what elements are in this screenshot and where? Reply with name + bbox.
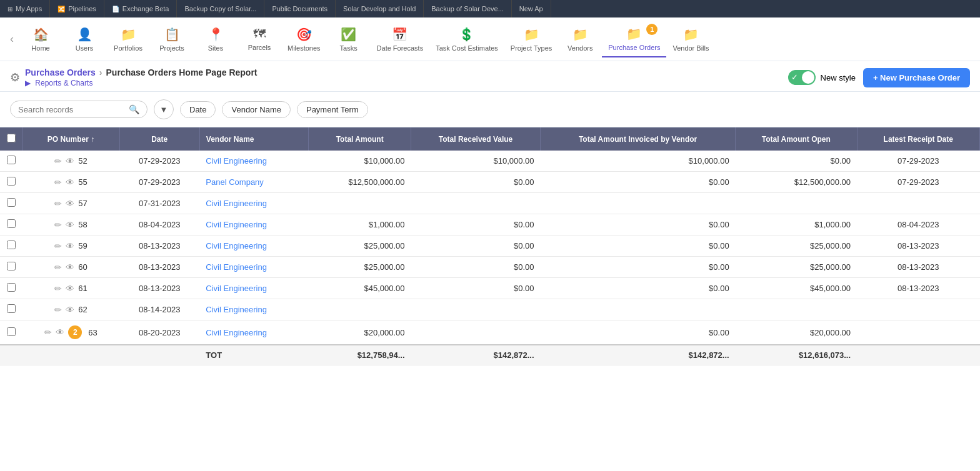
view-icon[interactable]: 👁 [66, 156, 74, 166]
row-po-number[interactable]: 60 [78, 262, 87, 272]
row-checkbox-7[interactable] [7, 304, 16, 313]
nav-item-users[interactable]: 👤 Users [62, 22, 106, 57]
row-po-number[interactable]: 61 [78, 284, 87, 293]
row-checkbox-4[interactable] [7, 240, 16, 249]
toggle-label: New style [821, 73, 856, 82]
edit-icon[interactable]: ✏ [54, 220, 62, 230]
filter-chip-payment-term[interactable]: Payment Term [297, 101, 368, 118]
row-checkbox-1[interactable] [7, 177, 16, 186]
edit-icon[interactable]: ✏ [54, 177, 62, 187]
row-actions-cell: ✏ 👁 52 [22, 151, 119, 172]
row-po-number[interactable]: 63 [88, 328, 97, 337]
view-icon[interactable]: 👁 [66, 305, 74, 315]
nav-item-milestones[interactable]: 🎯 Milestones [281, 22, 327, 57]
row-date: 08-13-2023 [119, 278, 199, 299]
view-icon[interactable]: 👁 [66, 262, 74, 272]
row-vendor-name[interactable]: Civil Engineering [199, 299, 308, 320]
new-purchase-order-button[interactable]: + New Purchase Order [863, 68, 970, 87]
nav-item-portfolios[interactable]: 📁 Portfolios [106, 22, 150, 57]
browser-tab-public-docs[interactable]: Public Documents [264, 0, 336, 17]
row-po-number[interactable]: 59 [78, 241, 87, 250]
toggle-container: ✓ New style [788, 70, 856, 85]
nav-item-vendor-bills[interactable]: 📁 Vendor Bills [666, 22, 715, 57]
browser-tab-new-ap[interactable]: New Ap [512, 0, 551, 17]
browser-tab-myapps[interactable]: ⊞ My Apps [0, 0, 50, 17]
breadcrumb-sub[interactable]: ▶ Reports & Charts [25, 79, 258, 87]
edit-icon[interactable]: ✏ [54, 284, 62, 294]
row-po-number[interactable]: 52 [78, 156, 87, 166]
view-icon[interactable]: 👁 [66, 284, 74, 294]
row-checkbox-3[interactable] [7, 219, 16, 228]
row-checkbox-2[interactable] [7, 198, 16, 207]
edit-icon[interactable]: ✏ [54, 305, 62, 315]
edit-icon[interactable]: ✏ [54, 156, 62, 166]
browser-tab-exchange[interactable]: 📄 Exchange Beta [104, 0, 178, 17]
view-icon[interactable]: 👁 [66, 177, 74, 187]
col-header-po-number[interactable]: PO Number ↑ [22, 127, 119, 151]
row-vendor-name[interactable]: Panel Company [199, 172, 308, 193]
row-po-number[interactable]: 57 [78, 199, 87, 208]
row-checkbox-6[interactable] [7, 283, 16, 292]
browser-tab-backup-solar-dev[interactable]: Backup of Solar Deve... [424, 0, 512, 17]
row-checkbox-0[interactable] [7, 156, 16, 164]
row-vendor-name[interactable]: Civil Engineering [199, 151, 308, 172]
filter-chip-vendor-name[interactable]: Vendor Name [222, 101, 291, 118]
nav-item-home[interactable]: 🏠 Home [19, 22, 62, 57]
nav-item-project-types[interactable]: 📁 Project Types [504, 22, 558, 57]
browser-tab-backup-solar[interactable]: Backup Copy of Solar... [177, 0, 264, 17]
nav-back-button[interactable]: ‹ [5, 32, 19, 46]
nav-item-sites[interactable]: 📍 Sites [194, 22, 238, 57]
row-po-number[interactable]: 55 [78, 177, 87, 187]
row-checkbox-cell [0, 299, 22, 320]
row-checkbox-5[interactable] [7, 262, 16, 270]
nav-item-task-cost-estimates[interactable]: 💲 Task Cost Estimates [429, 22, 504, 57]
total-label: TOT [199, 345, 308, 365]
nav-item-parcels[interactable]: 🗺 Parcels [238, 22, 281, 56]
row-po-number[interactable]: 58 [78, 220, 87, 229]
edit-icon[interactable]: ✏ [44, 327, 52, 337]
edit-icon[interactable]: ✏ [54, 262, 62, 272]
row-po-number[interactable]: 62 [78, 305, 87, 314]
view-icon[interactable]: 👁 [66, 220, 74, 230]
row-checkbox-cell [0, 236, 22, 257]
row-checkbox-8[interactable] [7, 327, 16, 336]
browser-tab-solar-dev[interactable]: Solar Develop and Hold [336, 0, 424, 17]
nav-item-vendors[interactable]: 📁 Vendors [558, 22, 602, 57]
row-vendor-name[interactable]: Civil Engineering [199, 193, 308, 214]
row-vendor-name[interactable]: Civil Engineering [199, 257, 308, 278]
table-row: ✏ 👁 58 08-04-2023 Civil Engineering $1,0… [0, 214, 980, 236]
nav-items: 🏠 Home 👤 Users 📁 Portfolios 📋 Projects 📍… [19, 21, 975, 57]
date-forecasts-icon: 📅 [392, 27, 408, 42]
row-checkbox-cell [0, 278, 22, 299]
new-style-toggle[interactable]: ✓ [788, 70, 816, 85]
row-vendor-name[interactable]: Civil Engineering [199, 320, 308, 345]
edit-icon[interactable]: ✏ [54, 199, 62, 209]
app-nav: ‹ 🏠 Home 👤 Users 📁 Portfolios 📋 Projects… [0, 17, 980, 61]
table-row: ✏ 👁 61 08-13-2023 Civil Engineering $45,… [0, 278, 980, 299]
filter-button[interactable]: ▼ [154, 99, 174, 119]
view-icon[interactable]: 👁 [56, 327, 64, 337]
nav-item-date-forecasts[interactable]: 📅 Date Forecasts [371, 22, 430, 57]
settings-icon[interactable]: ⚙ [10, 71, 20, 84]
row-vendor-name[interactable]: Civil Engineering [199, 236, 308, 257]
nav-item-purchase-orders[interactable]: 1 📁 Purchase Orders [602, 21, 666, 57]
select-all-checkbox[interactable] [7, 134, 16, 142]
nav-item-projects[interactable]: 📋 Projects [150, 22, 194, 57]
filter-chip-date[interactable]: Date [180, 101, 216, 118]
total-received: $142,872... [411, 345, 541, 365]
browser-tab-pipelines[interactable]: 🔀 Pipelines [50, 0, 104, 17]
search-input[interactable] [18, 105, 125, 114]
breadcrumb-parent[interactable]: Purchase Orders [25, 67, 96, 77]
row-vendor-name[interactable]: Civil Engineering [199, 278, 308, 299]
total-receipt-empty [857, 345, 979, 365]
total-row: TOT $12,758,94... $142,872... $142,872..… [0, 345, 980, 365]
view-icon[interactable]: 👁 [66, 199, 74, 209]
grid-icon: ⊞ [8, 6, 12, 12]
nav-item-tasks[interactable]: ✅ Tasks [327, 22, 371, 57]
row-total-open: $25,000.00 [736, 257, 857, 278]
row-date: 07-29-2023 [119, 151, 199, 172]
view-icon[interactable]: 👁 [66, 241, 74, 251]
edit-icon[interactable]: ✏ [54, 241, 62, 251]
row-total-amount: $25,000.00 [309, 236, 411, 257]
row-vendor-name[interactable]: Civil Engineering [199, 214, 308, 236]
